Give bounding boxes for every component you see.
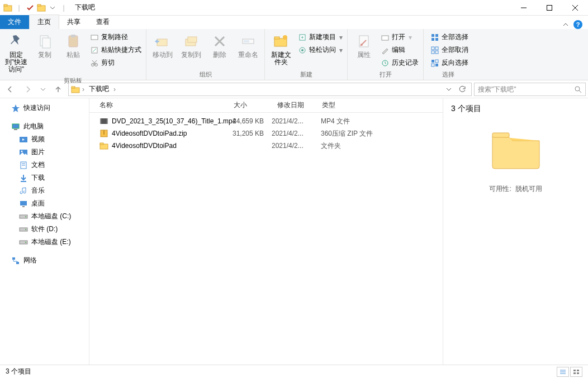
file-date: 2021/4/2... [272, 142, 316, 150]
nav-quick-access[interactable]: 快速访问 [0, 102, 89, 114]
svg-point-28 [361, 44, 363, 46]
folder-icon [99, 141, 108, 150]
paste-shortcut-button[interactable]: 粘贴快捷方式 [88, 44, 144, 56]
edit-button[interactable]: 编辑 [378, 44, 421, 56]
minimize-button[interactable] [511, 0, 537, 16]
nav-this-pc[interactable]: 此电脑 [0, 120, 89, 133]
easy-access-button[interactable]: 轻松访问▾ [296, 44, 345, 56]
ribbon-collapse-icon[interactable] [562, 21, 569, 28]
file-name: 4VideosoftDVDtoiPad [112, 142, 177, 150]
help-icon[interactable]: ? [573, 20, 582, 29]
svg-rect-33 [431, 38, 434, 41]
svg-rect-5 [547, 5, 552, 10]
nav-back-button[interactable] [2, 82, 18, 97]
svg-rect-38 [435, 51, 438, 54]
status-bar: 3 个项目 [0, 365, 588, 378]
nav-disk-e[interactable]: 本地磁盘 (E:) [0, 236, 89, 248]
view-details-button[interactable] [557, 367, 569, 377]
col-type[interactable]: 类型 [316, 101, 443, 110]
tab-share[interactable]: 共享 [59, 15, 88, 29]
tab-home[interactable]: 主页 [29, 15, 59, 29]
svg-rect-42 [435, 64, 438, 66]
file-row[interactable]: 4VideosoftDVDtoiPad.zip31,205 KB2021/4/2… [89, 127, 443, 140]
nav-disk-d[interactable]: 软件 (D:) [0, 223, 89, 236]
refresh-button[interactable] [456, 83, 469, 95]
rename-button[interactable]: 重命名 [234, 30, 262, 61]
star-icon [11, 104, 20, 113]
nav-recent-button[interactable] [38, 82, 48, 97]
nav-forward-button[interactable] [20, 82, 36, 97]
search-box[interactable] [474, 83, 586, 96]
details-meta: 可用性: 脱机可用 [451, 184, 580, 194]
nav-network[interactable]: 网络 [0, 254, 89, 267]
svg-rect-57 [22, 206, 25, 207]
pin-button[interactable]: 固定到"快速访问" [2, 30, 30, 75]
music-icon [19, 186, 28, 195]
file-name: DVD_2021_3_25(10_37_46)_Title_1.mp4 [112, 117, 236, 125]
network-icon [11, 256, 20, 265]
new-item-button[interactable]: 新建项目▾ [296, 31, 345, 43]
copy-to-icon [182, 32, 200, 50]
open-button[interactable]: 打开▾ [378, 31, 421, 43]
copy-button[interactable]: 复制 [31, 30, 59, 61]
path-icon [90, 33, 99, 42]
nav-music[interactable]: 音乐 [0, 184, 89, 197]
breadcrumb-sep[interactable]: › [113, 85, 116, 93]
file-size: 24,659 KB [228, 117, 272, 125]
nav-up-button[interactable] [50, 82, 66, 97]
nav-downloads[interactable]: 下载 [0, 171, 89, 184]
addr-dropdown-icon[interactable] [442, 83, 456, 95]
svg-rect-32 [435, 34, 438, 37]
nav-documents[interactable]: 文档 [0, 159, 89, 171]
select-all-button[interactable]: 全部选择 [428, 31, 471, 43]
svg-rect-68 [107, 118, 108, 124]
svg-rect-31 [431, 34, 434, 37]
address-bar[interactable]: › 下载吧 › [68, 83, 472, 96]
move-to-button[interactable]: 移动到 [149, 30, 177, 61]
col-date[interactable]: 修改日期 [272, 101, 316, 110]
status-count: 3 个项目 [6, 367, 31, 376]
cut-icon [90, 59, 99, 68]
breadcrumb-item[interactable]: 下载吧 [87, 84, 111, 94]
file-row[interactable]: 4VideosoftDVDtoiPad2021/4/2...文件夹 [89, 140, 443, 152]
file-view: 名称 大小 修改日期 类型 DVD_2021_3_25(10_37_46)_Ti… [89, 98, 443, 365]
svg-rect-47 [12, 124, 19, 128]
copy-to-button[interactable]: 复制到 [177, 30, 205, 61]
tab-file[interactable]: 文件 [0, 15, 29, 29]
nav-desktop[interactable]: 桌面 [0, 197, 89, 210]
cut-button[interactable]: 剪切 [88, 57, 144, 69]
nav-videos[interactable]: 视频 [0, 133, 89, 146]
breadcrumb-sep[interactable]: › [82, 85, 84, 93]
paste-button[interactable]: 粘贴 [59, 30, 87, 61]
qat-check-icon[interactable] [26, 3, 35, 12]
search-input[interactable] [478, 85, 574, 93]
close-button[interactable] [562, 0, 588, 16]
history-icon [381, 59, 390, 68]
invert-selection-button[interactable]: 反向选择 [428, 57, 471, 69]
nav-disk-c[interactable]: 本地磁盘 (C:) [0, 210, 89, 223]
properties-button[interactable]: 属性 [350, 30, 378, 61]
svg-rect-29 [382, 36, 388, 40]
folder-icon [71, 85, 80, 94]
col-size[interactable]: 大小 [228, 101, 272, 110]
qat-dropdown-icon[interactable] [48, 3, 57, 12]
file-row[interactable]: DVD_2021_3_25(10_37_46)_Title_1.mp424,65… [89, 115, 443, 127]
video-icon [99, 117, 108, 126]
col-name[interactable]: 名称 [89, 101, 228, 110]
window-title: 下载吧 [75, 3, 95, 12]
select-none-button[interactable]: 全部取消 [428, 44, 471, 56]
maximize-button[interactable] [537, 0, 562, 16]
open-icon [381, 33, 390, 42]
nav-pictures[interactable]: 图片 [0, 146, 89, 159]
history-button[interactable]: 历史记录 [378, 57, 421, 69]
delete-button[interactable]: 删除 [206, 30, 234, 61]
svg-rect-66 [100, 118, 108, 124]
tab-view[interactable]: 查看 [88, 15, 117, 29]
new-folder-button[interactable]: 新建文件夹 [267, 30, 295, 68]
ribbon-group-clipboard: 固定到"快速访问" 复制 粘贴 复制路径 粘贴快捷方式 剪切 剪贴板 [0, 29, 146, 80]
group-label-select: 选择 [426, 69, 471, 80]
copy-path-button[interactable]: 复制路径 [88, 31, 144, 43]
picture-icon [19, 148, 28, 157]
view-icons-button[interactable] [570, 367, 582, 377]
svg-rect-77 [573, 370, 576, 371]
